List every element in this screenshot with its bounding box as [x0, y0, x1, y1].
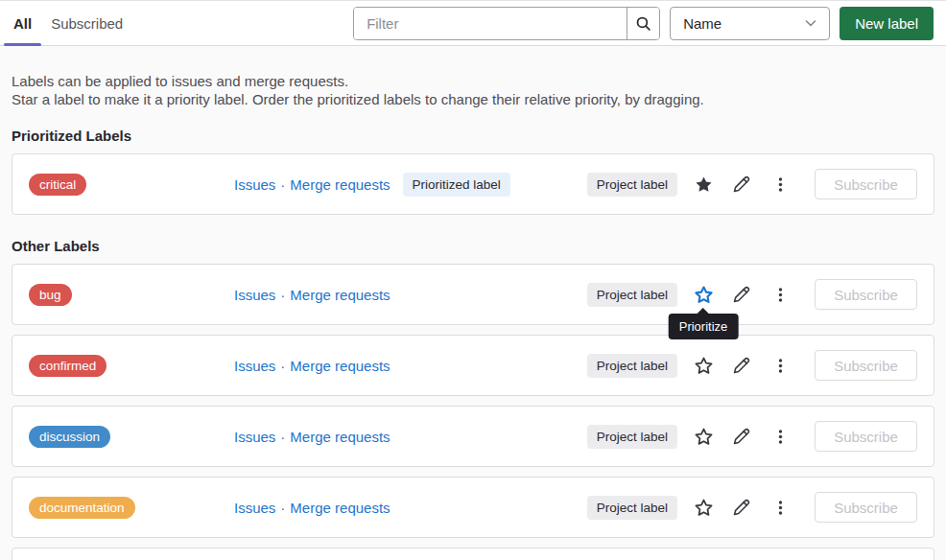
labels-toolbar: All Subscribed Name New lab	[0, 0, 946, 46]
label-links: Issues·Merge requests	[234, 176, 390, 193]
unprioritize-star-button[interactable]	[691, 172, 716, 197]
prioritize-star-button[interactable]: Prioritize	[691, 282, 716, 307]
star-outline-icon	[695, 499, 713, 517]
search-button[interactable]	[627, 8, 659, 39]
prioritize-star-button[interactable]	[691, 495, 716, 520]
prioritize-star-button[interactable]	[691, 353, 716, 378]
labels-description: Labels can be applied to issues and merg…	[12, 72, 934, 108]
label-row-bug: bug Issues·Merge requests Project label …	[12, 264, 934, 325]
toolbar-controls: Name New label	[353, 7, 934, 40]
prioritized-label-badge: Prioritized label	[403, 173, 510, 197]
kebab-menu-icon	[772, 358, 789, 374]
pencil-icon	[733, 357, 750, 374]
link-separator: ·	[280, 358, 285, 374]
issues-link[interactable]: Issues	[234, 176, 275, 193]
subscribe-button[interactable]: Subscribe	[815, 169, 917, 199]
star-outline-icon	[695, 357, 713, 375]
pencil-icon	[733, 428, 750, 445]
edit-label-button[interactable]	[729, 172, 754, 197]
prioritize-tooltip: Prioritize	[669, 314, 739, 339]
description-line-1: Labels can be applied to issues and merg…	[12, 72, 934, 90]
edit-label-button[interactable]	[729, 282, 754, 307]
label-row-partial	[12, 548, 934, 560]
label-row-critical: critical Issues·Merge requests Prioritiz…	[12, 153, 934, 215]
link-separator: ·	[280, 500, 285, 516]
pencil-icon	[733, 175, 750, 193]
star-filled-icon	[695, 175, 713, 194]
subscribe-button[interactable]: Subscribe	[815, 492, 917, 523]
subscribe-button[interactable]: Subscribe	[815, 421, 917, 452]
project-label-badge: Project label	[587, 425, 677, 449]
link-separator: ·	[280, 287, 285, 303]
label-actions-menu-button[interactable]	[768, 495, 792, 520]
label-badge-confirmed[interactable]: confirmed	[29, 355, 106, 377]
label-row-discussion: discussion Issues·Merge requests Project…	[12, 406, 934, 467]
project-label-badge: Project label	[587, 283, 677, 307]
edit-label-button[interactable]	[729, 353, 754, 378]
sort-dropdown-value: Name	[683, 15, 721, 32]
merge-requests-link[interactable]: Merge requests	[290, 500, 390, 516]
labels-tabs: All Subscribed	[4, 1, 132, 45]
label-row-documentation: documentation Issues·Merge requests Proj…	[12, 477, 934, 538]
subscribe-button[interactable]: Subscribe	[815, 350, 917, 381]
link-separator: ·	[280, 176, 285, 193]
star-outline-icon	[695, 286, 713, 304]
prioritize-star-button[interactable]	[691, 424, 716, 449]
kebab-menu-icon	[772, 287, 789, 303]
labels-content: Labels can be applied to issues and merg…	[0, 46, 946, 560]
subscribe-button[interactable]: Subscribe	[815, 279, 917, 310]
merge-requests-link[interactable]: Merge requests	[290, 429, 390, 445]
label-actions-menu-button[interactable]	[768, 172, 792, 197]
filter-group	[353, 7, 660, 40]
edit-label-button[interactable]	[729, 495, 754, 520]
project-label-badge: Project label	[587, 354, 677, 378]
filter-input[interactable]	[354, 8, 627, 39]
label-actions-menu-button[interactable]	[768, 282, 792, 307]
new-label-button[interactable]: New label	[840, 7, 934, 40]
label-actions-menu-button[interactable]	[768, 424, 792, 449]
project-label-badge: Project label	[587, 173, 677, 197]
label-links: Issues·Merge requests	[234, 429, 390, 445]
merge-requests-link[interactable]: Merge requests	[290, 358, 390, 374]
pencil-icon	[733, 499, 750, 516]
label-links: Issues·Merge requests	[234, 500, 390, 516]
label-links: Issues·Merge requests	[234, 358, 390, 374]
issues-link[interactable]: Issues	[234, 287, 275, 303]
pencil-icon	[733, 286, 750, 303]
merge-requests-link[interactable]: Merge requests	[290, 176, 390, 193]
prioritized-labels-heading: Prioritized Labels	[12, 128, 934, 144]
kebab-menu-icon	[772, 500, 789, 516]
chevron-down-icon	[805, 19, 816, 28]
kebab-menu-icon	[772, 429, 789, 445]
issues-link[interactable]: Issues	[234, 429, 275, 445]
search-icon	[635, 15, 651, 32]
kebab-menu-icon	[772, 176, 789, 193]
tab-subscribed[interactable]: Subscribed	[41, 1, 132, 45]
issues-link[interactable]: Issues	[234, 358, 275, 374]
edit-label-button[interactable]	[729, 424, 754, 449]
label-actions-menu-button[interactable]	[768, 353, 792, 378]
other-labels-heading: Other Labels	[12, 238, 934, 254]
star-outline-icon	[695, 428, 713, 446]
label-links: Issues·Merge requests	[234, 287, 390, 303]
sort-dropdown[interactable]: Name	[670, 7, 830, 40]
tab-all[interactable]: All	[4, 1, 41, 45]
merge-requests-link[interactable]: Merge requests	[290, 287, 390, 303]
issues-link[interactable]: Issues	[234, 500, 275, 516]
description-line-2: Star a label to make it a priority label…	[12, 90, 934, 108]
link-separator: ·	[280, 429, 285, 445]
label-badge-critical[interactable]: critical	[29, 174, 86, 196]
label-badge-bug[interactable]: bug	[29, 284, 72, 306]
label-badge-documentation[interactable]: documentation	[29, 497, 135, 519]
project-label-badge: Project label	[587, 496, 677, 520]
label-badge-discussion[interactable]: discussion	[29, 426, 110, 448]
label-row-confirmed: confirmed Issues·Merge requests Project …	[12, 335, 934, 396]
